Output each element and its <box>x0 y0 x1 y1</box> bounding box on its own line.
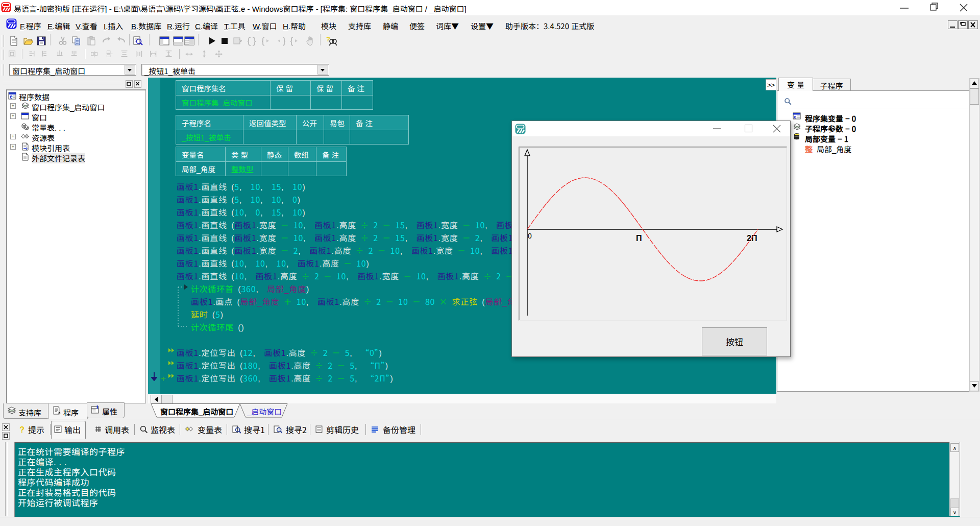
svg-text:e: e <box>10 92 13 100</box>
svg-text:e: e <box>794 113 796 120</box>
svg-text:?: ? <box>19 425 24 434</box>
